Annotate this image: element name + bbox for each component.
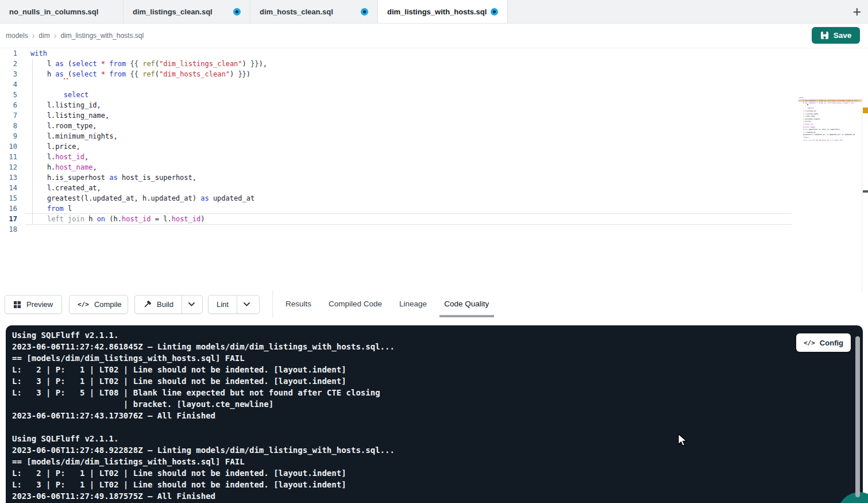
line-number: 11 [0,152,25,162]
line-number: 6 [0,100,25,110]
preview-button[interactable]: Preview [5,295,62,314]
terminal-line: 2023-06-06T11:27:42.861845Z — Linting mo… [12,341,395,352]
code-line[interactable]: h as (select * from {{ ref("dim_hosts_cl… [25,69,792,79]
terminal-line: L: 3 | P: 1 | LT02 | Line should not be … [12,375,395,387]
tab-bar: no_nulls_in_columns.sqldim_listings_clea… [0,0,868,24]
code-line[interactable]: h.is_superhost as host_is_superhost, [25,172,792,183]
result-tab-results[interactable]: Results [286,300,311,308]
lint-button-label: Lint [217,300,229,309]
code-line[interactable] [25,79,792,90]
compile-button[interactable]: </> Compile [69,295,128,314]
terminal-line: Using SQLFluff v2.1.1. [12,433,395,444]
terminal-line: | bracket. [layout.cte_newline] [12,398,395,410]
line-number-gutter: 123456789101112131415161718 [0,48,25,235]
code-line[interactable]: greatest(l.updated_at, h.updated_at) as … [25,193,792,203]
terminal-output: Using SQLFluff v2.1.1.2023-06-06T11:27:4… [12,329,395,502]
floppy-disk-icon [820,31,829,40]
lint-button[interactable]: Lint [209,295,237,313]
terminal-line: == [models/dim/dim_listings_with_hosts.s… [12,456,395,467]
breadcrumb-item-models: models [6,32,28,40]
result-tab-compiled-code[interactable]: Compiled Code [329,300,382,308]
line-number: 14 [0,183,25,193]
minimap-line [799,141,858,144]
breadcrumb-separator: › [54,32,57,39]
terminal[interactable]: Using SQLFluff v2.1.1.2023-06-06T11:27:4… [6,325,863,503]
terminal-line [12,421,395,433]
code-line[interactable]: l.created_at, [25,183,792,193]
ruler-position-marker [863,190,868,193]
tab-label: dim_hosts_clean.sql [260,7,333,16]
line-number: 1 [0,48,25,59]
code-line[interactable]: l.minimum_nights, [25,131,792,141]
code-pane[interactable]: with l as (select * from {{ ref("dim_lis… [25,48,792,235]
chevron-down-icon [188,302,195,306]
code-line[interactable]: l.price, [25,141,792,152]
code-line[interactable]: l.room_type, [25,121,792,131]
terminal-scrollbar[interactable] [855,336,860,497]
build-button[interactable]: Build [135,295,182,313]
terminal-line: 2023-06-06T11:27:43.173076Z — All Finish… [12,410,395,421]
line-number: 2 [0,59,25,69]
tab-no-nulls-in-columns[interactable]: no_nulls_in_columns.sql [0,0,124,23]
modified-dot-icon [361,8,368,16]
code-line[interactable]: select [25,90,792,100]
config-button-label: Config [820,339,843,347]
breadcrumb-separator: › [32,32,35,39]
grid-icon [13,301,21,309]
line-number: 9 [0,131,25,141]
code-brackets-icon: </> [78,301,89,308]
tab-dim-listings-clean[interactable]: dim_listings_clean.sql [124,0,250,23]
code-line[interactable]: l.host_id, [25,152,792,162]
chevron-down-icon [244,302,250,306]
code-line[interactable]: with [25,48,792,59]
result-tab-lineage[interactable]: Lineage [399,300,427,308]
tab-label: dim_listings_clean.sql [133,7,213,16]
build-button-label: Build [157,300,173,309]
lint-dropdown-button[interactable] [237,295,257,313]
code-line[interactable]: l.listing_id, [25,100,792,110]
code-line[interactable] [25,224,792,235]
breadcrumb-item-dim: dim [38,32,49,40]
save-button-label: Save [834,31,852,40]
code-line[interactable]: h.host_name, [25,162,792,172]
active-tab-underline [439,315,494,317]
line-number: 17 [0,214,25,224]
code-line[interactable]: l as (select * from {{ ref("dim_listings… [25,59,792,69]
minimap-line: h as (select * from {{ ref("dim_hosts_cl… [799,102,858,105]
result-tabs: ResultsCompiled CodeLineageCode Quality [286,292,489,316]
terminal-line: == [models/dim/dim_listings_with_hosts.s… [12,352,395,364]
line-number: 8 [0,121,25,131]
terminal-line: 2023-06-06T11:27:48.922828Z — Linting mo… [12,444,395,456]
line-number: 5 [0,90,25,100]
new-tab-button[interactable]: + [852,2,861,21]
line-number: 7 [0,110,25,121]
line-number: 4 [0,79,25,90]
breadcrumb: models › dim › dim_listings_with_hosts.s… [6,32,144,40]
tab-dim-hosts-clean[interactable]: dim_hosts_clean.sql [250,0,378,23]
code-brackets-icon: </> [804,339,815,347]
breadcrumb-row: models › dim › dim_listings_with_hosts.s… [0,24,868,48]
terminal-line: L: 3 | P: 1 | LT02 | Line should not be … [12,479,395,490]
modified-dot-icon [233,8,241,16]
terminal-line: L: 2 | P: 1 | LT02 | Line should not be … [12,467,395,479]
build-dropdown-button[interactable] [182,295,202,313]
line-number: 15 [0,193,25,203]
line-number: 12 [0,162,25,172]
config-button[interactable]: </> Config [796,333,851,352]
code-editor[interactable]: 123456789101112131415161718 with l as (s… [0,48,868,292]
bottom-toolbar: Preview </> Compile Build Lint [0,292,868,325]
minimap-code: with l as (select * from {{ ref("dim_lis… [799,97,858,144]
line-number: 18 [0,224,25,235]
line-number: 10 [0,141,25,152]
toolbar-divider [272,290,273,318]
code-line[interactable]: left join h on (h.host_id = l.host_id) [25,214,792,224]
result-tab-code-quality[interactable]: Code Quality [444,300,489,308]
save-button[interactable]: Save [812,27,860,44]
code-line[interactable]: l.listing_name, [25,110,792,121]
tab-label: dim_listings_with_hosts.sql [387,7,487,16]
hammer-icon [143,300,152,309]
lint-button-group: Lint [208,295,260,314]
terminal-line: 2023-06-06T11:27:49.187575Z — All Finish… [12,490,395,502]
code-line[interactable]: from l [25,203,792,214]
tab-dim-listings-with-hosts[interactable]: dim_listings_with_hosts.sql [378,0,508,23]
